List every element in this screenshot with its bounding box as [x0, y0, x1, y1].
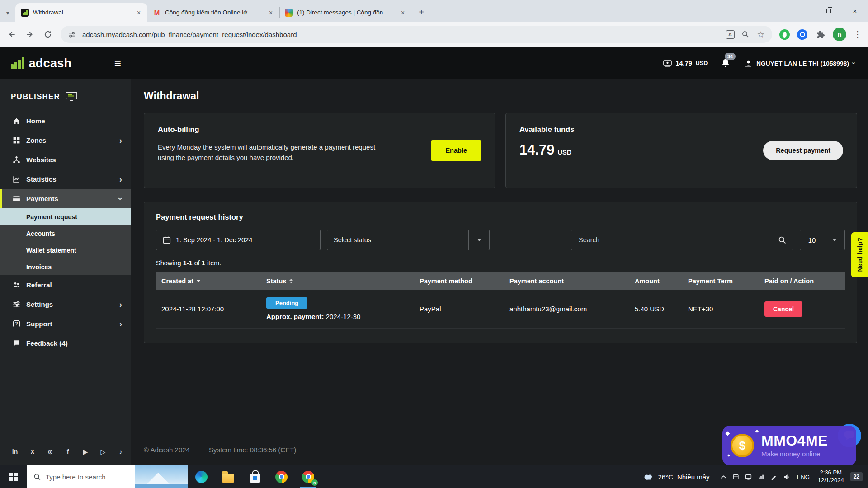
sidebar-item-settings[interactable]: Settings ›: [0, 295, 131, 314]
user-menu[interactable]: NGUYET LAN LE THI (1058998) ›: [745, 60, 855, 67]
sidebar-item-statistics[interactable]: Statistics ›: [0, 169, 131, 189]
system-tray: [717, 474, 793, 480]
store-icon: [250, 474, 260, 483]
search-icon: [33, 473, 41, 481]
sidebar-item-home[interactable]: Home: [0, 111, 131, 131]
taskbar-clock[interactable]: 2:36 PM 12/1/2024: [813, 469, 849, 484]
tab-close-icon[interactable]: ×: [135, 9, 143, 17]
available-funds-card: Available funds 14.79USD Request payment: [505, 113, 857, 188]
window-restore-button[interactable]: [816, 0, 842, 22]
site-settings-icon[interactable]: [67, 29, 77, 39]
chevron-down-icon: ›: [117, 197, 125, 200]
sidebar-item-zones[interactable]: Zones ›: [0, 131, 131, 150]
taskbar-weather[interactable]: 26°C Nhiều mây: [636, 473, 717, 481]
youtube-icon[interactable]: ▶: [82, 448, 89, 455]
subitem-label: Payment request: [26, 213, 77, 221]
sidebar-item-referral[interactable]: Referral: [0, 275, 131, 295]
publisher-monitor-icon: [66, 92, 77, 101]
enable-button[interactable]: Enable: [431, 140, 481, 161]
funds-value: 14.79: [519, 142, 555, 158]
auto-billing-description: Every Monday the system will automatical…: [158, 142, 384, 163]
tab-search-icon[interactable]: ▾: [0, 4, 15, 22]
window-close-button[interactable]: ×: [842, 0, 868, 22]
sidebar-item-feedback[interactable]: Feedback (4): [0, 333, 131, 353]
sidebar-subitem-payment-request[interactable]: Payment request: [0, 208, 131, 225]
browser-menu-icon[interactable]: ⋮: [854, 29, 862, 39]
instagram-icon[interactable]: ⊙: [47, 448, 53, 455]
column-header-created-at[interactable]: Created at: [156, 277, 261, 285]
sidebar-item-support[interactable]: ? Support ›: [0, 314, 131, 333]
action-center-badge[interactable]: 22: [850, 472, 863, 481]
zoom-icon[interactable]: [741, 29, 750, 39]
x-icon[interactable]: X: [29, 448, 36, 455]
translate-icon[interactable]: A: [725, 29, 735, 39]
notifications-badge: 34: [725, 53, 736, 60]
extension-icon-green[interactable]: [779, 29, 790, 40]
page-size-select[interactable]: 10: [800, 230, 845, 250]
search-highlight-image[interactable]: [135, 465, 188, 488]
auto-billing-card: Auto-billing Every Monday the system wil…: [144, 113, 495, 188]
taskbar-app-chrome[interactable]: [268, 465, 295, 488]
address-bar[interactable]: adcash.myadcash.com/pub_finance/payment_…: [61, 26, 772, 43]
sidebar-item-websites[interactable]: Websites: [0, 150, 131, 169]
request-payment-button[interactable]: Request payment: [763, 141, 843, 160]
extension-icon-blue[interactable]: [797, 29, 807, 40]
facebook-icon[interactable]: f: [65, 448, 71, 455]
search-icon[interactable]: [778, 236, 787, 244]
sidebar-subitem-invoices[interactable]: Invoices: [0, 258, 131, 275]
websites-icon: [13, 156, 20, 164]
search-input[interactable]: [578, 236, 774, 244]
pen-icon[interactable]: [770, 474, 777, 480]
telegram-icon[interactable]: ▷: [100, 448, 106, 455]
browser-profile-avatar[interactable]: n: [833, 28, 846, 41]
date-range-picker[interactable]: 1. Sep 2024 - 1. Dec 2024: [156, 230, 321, 250]
column-header-status[interactable]: Status: [261, 277, 414, 285]
app-header: adcash ≡ 14.79 USD 34 NGUYET LAN LE THI …: [0, 47, 868, 79]
taskbar-app-store[interactable]: [241, 465, 268, 488]
tray-chevron-up-icon[interactable]: [721, 475, 726, 479]
extensions-puzzle-icon[interactable]: [815, 29, 826, 40]
sidebar-item-payments[interactable]: Payments ›: [0, 189, 131, 208]
tab-gmail[interactable]: M Cộng đồng kiếm tiền Online lớ ×: [147, 3, 279, 22]
brand-name[interactable]: adcash: [29, 56, 72, 70]
taskbar-app-explorer[interactable]: [215, 465, 241, 488]
language-indicator[interactable]: ENG: [793, 474, 813, 480]
adcash-logo-icon[interactable]: [11, 57, 24, 69]
linkedin-icon[interactable]: in: [12, 448, 18, 455]
select-chevron-icon: [824, 230, 844, 250]
bookmark-star-icon[interactable]: ☆: [756, 29, 766, 39]
need-help-tab[interactable]: Need help?: [851, 232, 868, 277]
home-icon: [13, 117, 20, 125]
cancel-button[interactable]: Cancel: [764, 301, 802, 317]
status-select[interactable]: Select status: [327, 230, 490, 250]
header-balance[interactable]: 14.79 USD: [663, 60, 708, 67]
snip-tool-icon[interactable]: [732, 474, 739, 480]
taskbar-app-edge[interactable]: [188, 465, 215, 488]
display-icon[interactable]: [745, 474, 752, 480]
available-funds-title: Available funds: [519, 125, 763, 134]
hamburger-menu-icon[interactable]: ≡: [114, 57, 121, 69]
tab-close-icon[interactable]: ×: [399, 9, 407, 17]
window-minimize-button[interactable]: –: [789, 0, 816, 22]
edge-icon: [195, 471, 208, 483]
sidebar-item-label: Statistics: [26, 175, 57, 183]
tab-close-icon[interactable]: ×: [267, 9, 275, 17]
tab-withdrawal[interactable]: Withdrawal ×: [15, 3, 147, 22]
speaker-icon[interactable]: [783, 474, 790, 480]
reload-icon[interactable]: [42, 29, 53, 40]
new-tab-button[interactable]: +: [414, 5, 429, 19]
taskbar-search[interactable]: Type here to search: [27, 465, 188, 488]
notifications-bell[interactable]: 34: [721, 58, 731, 68]
sidebar-subitem-wallet-statement[interactable]: Wallet statement: [0, 242, 131, 258]
start-button[interactable]: [0, 465, 27, 488]
showing-summary: Showing 1-1 of 1 item.: [156, 259, 845, 267]
url-text[interactable]: adcash.myadcash.com/pub_finance/payment_…: [82, 31, 720, 38]
taskbar-app-chrome-profile[interactable]: n: [295, 465, 321, 488]
forward-icon[interactable]: [24, 29, 35, 40]
sidebar-subitem-accounts[interactable]: Accounts: [0, 225, 131, 242]
back-icon[interactable]: [6, 29, 17, 40]
tab-direct-messages[interactable]: (1) Direct messages | Cộng đồn ×: [279, 3, 411, 22]
network-signal-icon[interactable]: [758, 474, 764, 480]
tiktok-icon[interactable]: ♪: [118, 448, 124, 455]
watermark-title: MMO4ME: [761, 433, 828, 449]
